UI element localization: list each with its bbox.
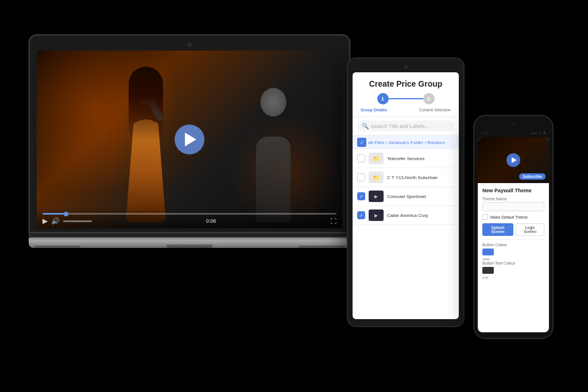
laptop: ▶ 🔊 0:06 ⛶ — [29, 34, 350, 248]
step-1-label: Group Details — [361, 108, 387, 112]
text-colour-label: Button Text Colour — [482, 261, 544, 265]
make-default-row[interactable]: Make Default Theme — [482, 214, 544, 220]
list-item[interactable]: 📁 Telecefer Services — [353, 149, 459, 168]
fullscreen-icon[interactable]: ⛶ — [330, 218, 336, 224]
progress-bar[interactable] — [42, 213, 336, 215]
laptop-screen-outer: ▶ 🔊 0:06 ⛶ — [29, 34, 350, 233]
folder-icon-1: 📁 — [369, 153, 384, 164]
battery-icon: ▮ — [543, 130, 546, 135]
laptop-hinge — [29, 233, 350, 238]
progress-dot — [64, 212, 68, 216]
step-2-number: 2 — [427, 96, 430, 102]
file-name-3: Comcast Sportsnet — [387, 194, 454, 199]
file-check-3[interactable]: ✓ — [357, 192, 365, 200]
file-check-4[interactable]: ✓ — [357, 211, 365, 219]
laptop-camera — [187, 42, 192, 47]
signal-icon: ●●● — [529, 131, 537, 135]
play-button[interactable] — [175, 125, 204, 154]
button-colour-swatch[interactable] — [482, 249, 494, 255]
make-default-checkbox[interactable] — [482, 214, 488, 220]
list-item[interactable]: 📁 C T Y13-North Suburban — [353, 168, 459, 187]
cpg-header: Create Price Group 1 2 Group Details Con… — [353, 72, 459, 117]
phone: 9:41 ●●● ▲ ▮ Subscribe New Paywall Theme… — [473, 115, 554, 339]
paywall-form: New Paywall Theme Theme Name Make Defaul… — [478, 183, 549, 284]
video-controls: ▶ 🔊 0:06 ⛶ — [37, 208, 342, 228]
step-1-circle: 1 — [377, 93, 389, 104]
phone-play-icon — [512, 157, 517, 163]
tablet-screen: Create Price Group 1 2 Group Details Con… — [353, 72, 459, 319]
singer-hair — [129, 67, 163, 141]
folder-icon-2: 📁 — [369, 172, 384, 183]
cpg-steps: 1 2 — [358, 93, 453, 104]
tablet: Create Price Group 1 2 Group Details Con… — [347, 57, 465, 327]
file-check-2[interactable] — [357, 173, 365, 181]
guitarist-figure — [239, 85, 308, 223]
cpg-breadcrumb: ✓ All Files › Johanna's Folder › Random — [353, 135, 459, 149]
step-labels: Group Details Content Selection — [358, 107, 453, 113]
text-colour-value: #f/ff — [482, 276, 544, 280]
phone-status-bar: 9:41 ●●● ▲ ▮ — [478, 130, 549, 137]
file-name-1: Telecefer Services — [387, 156, 454, 161]
device-shadow — [93, 340, 495, 358]
volume-bar[interactable] — [63, 220, 92, 222]
laptop-foot-left — [34, 246, 80, 248]
list-item[interactable]: ✓ Cable America Corp — [353, 206, 459, 225]
step-1-number: 1 — [381, 96, 384, 102]
wifi-icon: ▲ — [538, 131, 542, 135]
search-box[interactable]: 🔍 Search Title and Labels... — [357, 121, 454, 131]
cpg-search: 🔍 Search Title and Labels... — [353, 117, 459, 135]
phone-video-thumbnail: Subscribe — [478, 137, 549, 183]
video-thumb-4 — [369, 209, 384, 221]
laptop-base — [29, 238, 350, 248]
phone-screen: Subscribe New Paywall Theme Theme Name M… — [478, 137, 549, 332]
file-name-4: Cable America Corp — [387, 213, 454, 218]
time-display: 0:06 — [206, 218, 216, 224]
theme-name-label: Theme Name — [482, 197, 544, 201]
phone-play-button[interactable] — [506, 153, 520, 167]
phone-camera — [512, 122, 515, 125]
search-icon: 🔍 — [362, 123, 369, 129]
laptop-foot-right — [299, 246, 345, 248]
controls-row: ▶ 🔊 0:06 ⛶ — [42, 217, 336, 225]
list-item[interactable]: ✓ Comcast Sportsnet — [353, 187, 459, 206]
breadcrumb-text: All Files › Johanna's Folder › Random — [368, 140, 445, 145]
text-colour-swatch[interactable] — [482, 267, 494, 274]
step-line — [389, 98, 423, 99]
file-check-1[interactable] — [357, 154, 365, 162]
step-2-label: Content Selection — [419, 108, 451, 112]
search-placeholder: Search Title and Labels... — [371, 123, 430, 129]
cpg-title: Create Price Group — [358, 79, 453, 88]
scene: ▶ 🔊 0:06 ⛶ Create Price G — [0, 0, 588, 392]
volume-icon[interactable]: 🔊 — [51, 217, 60, 225]
paywall-form-title: New Paywall Theme — [482, 188, 544, 193]
form-divider — [482, 239, 544, 240]
phone-cta-button[interactable]: Subscribe — [519, 173, 546, 180]
phone-time: 9:41 — [481, 131, 489, 135]
video-thumb-3 — [369, 191, 384, 202]
guitarist-head — [261, 88, 287, 117]
phone-notch — [499, 122, 528, 128]
file-name-2: C T Y13-North Suburban — [387, 175, 454, 180]
breadcrumb-check: ✓ — [357, 138, 366, 147]
file-list: 📁 Telecefer Services 📁 C T Y13-North Sub… — [353, 149, 459, 225]
video-background: ▶ 🔊 0:06 ⛶ — [37, 51, 342, 228]
make-default-label: Make Default Theme — [490, 215, 528, 219]
progress-fill — [42, 213, 66, 215]
tablet-camera — [404, 65, 408, 69]
laptop-screen: ▶ 🔊 0:06 ⛶ — [37, 51, 342, 228]
status-icons: ●●● ▲ ▮ — [529, 130, 546, 135]
login-screen-button[interactable]: Login Screen — [516, 223, 544, 236]
splash-screen-button[interactable]: Splash Screen — [482, 223, 513, 236]
theme-name-input[interactable] — [482, 202, 544, 211]
play-icon-small[interactable]: ▶ — [42, 217, 48, 225]
button-colour-label: Button Colour — [482, 243, 544, 247]
step-2-circle: 2 — [423, 93, 435, 104]
screen-buttons: Splash Screen Login Screen — [482, 223, 544, 236]
play-icon — [185, 133, 196, 146]
